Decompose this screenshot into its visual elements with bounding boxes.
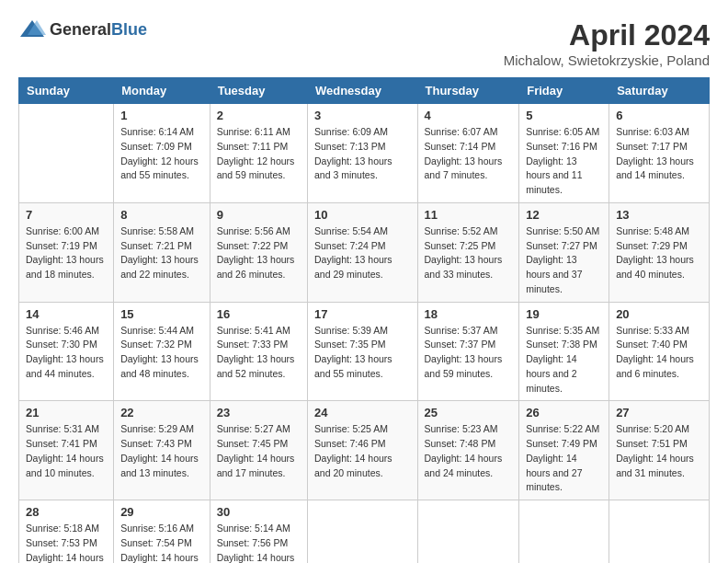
calendar-cell: 2Sunrise: 6:11 AMSunset: 7:11 PMDaylight… — [210, 104, 307, 203]
calendar-cell: 17Sunrise: 5:39 AMSunset: 7:35 PMDayligh… — [307, 302, 417, 401]
day-number: 12 — [526, 208, 602, 222]
day-number: 20 — [616, 307, 702, 321]
day-number: 2 — [217, 109, 301, 122]
day-info: Sunrise: 5:44 AMSunset: 7:32 PMDaylight:… — [120, 324, 203, 382]
day-number: 3 — [314, 109, 411, 122]
day-info: Sunrise: 5:54 AMSunset: 7:24 PMDaylight:… — [314, 224, 411, 282]
calendar-cell: 13Sunrise: 5:48 AMSunset: 7:29 PMDayligh… — [609, 202, 710, 302]
title-section: April 2024 Michalow, Swietokrzyskie, Pol… — [504, 18, 710, 68]
calendar-cell: 5Sunrise: 6:05 AMSunset: 7:16 PMDaylight… — [519, 104, 609, 203]
calendar-table: SundayMondayTuesdayWednesdayThursdayFrid… — [18, 77, 710, 563]
column-header-thursday: Thursday — [417, 78, 519, 104]
calendar-cell: 30Sunrise: 5:14 AMSunset: 7:56 PMDayligh… — [210, 500, 307, 564]
month-title: April 2024 — [504, 18, 710, 52]
calendar-cell: 11Sunrise: 5:52 AMSunset: 7:25 PMDayligh… — [417, 202, 519, 302]
calendar-cell: 28Sunrise: 5:18 AMSunset: 7:53 PMDayligh… — [19, 500, 114, 564]
day-number: 5 — [526, 109, 602, 122]
day-number: 1 — [120, 109, 203, 122]
day-number: 27 — [616, 406, 702, 419]
day-info: Sunrise: 5:37 AMSunset: 7:37 PMDaylight:… — [425, 324, 513, 382]
week-row-4: 21Sunrise: 5:31 AMSunset: 7:41 PMDayligh… — [19, 401, 710, 500]
calendar-cell: 25Sunrise: 5:23 AMSunset: 7:48 PMDayligh… — [417, 401, 519, 500]
calendar-cell: 1Sunrise: 6:14 AMSunset: 7:09 PMDaylight… — [114, 104, 210, 203]
day-number: 28 — [26, 505, 107, 519]
day-info: Sunrise: 5:39 AMSunset: 7:35 PMDaylight:… — [314, 324, 411, 382]
calendar-cell: 23Sunrise: 5:27 AMSunset: 7:45 PMDayligh… — [210, 401, 307, 500]
calendar-cell: 12Sunrise: 5:50 AMSunset: 7:27 PMDayligh… — [519, 202, 609, 302]
day-number: 23 — [217, 406, 301, 419]
week-row-2: 7Sunrise: 6:00 AMSunset: 7:19 PMDaylight… — [19, 202, 710, 302]
day-info: Sunrise: 6:05 AMSunset: 7:16 PMDaylight:… — [526, 125, 602, 198]
day-info: Sunrise: 5:22 AMSunset: 7:49 PMDaylight:… — [526, 422, 602, 495]
calendar-cell: 14Sunrise: 5:46 AMSunset: 7:30 PMDayligh… — [19, 302, 114, 401]
day-info: Sunrise: 5:48 AMSunset: 7:29 PMDaylight:… — [616, 224, 702, 282]
day-info: Sunrise: 5:46 AMSunset: 7:30 PMDaylight:… — [26, 324, 107, 382]
logo-general-text: General — [50, 20, 111, 39]
calendar-cell: 27Sunrise: 5:20 AMSunset: 7:51 PMDayligh… — [609, 401, 710, 500]
day-info: Sunrise: 5:41 AMSunset: 7:33 PMDaylight:… — [217, 324, 301, 382]
day-info: Sunrise: 6:07 AMSunset: 7:14 PMDaylight:… — [425, 125, 513, 183]
day-number: 14 — [26, 307, 107, 321]
day-info: Sunrise: 5:35 AMSunset: 7:38 PMDaylight:… — [526, 324, 602, 396]
day-number: 17 — [314, 307, 411, 321]
day-info: Sunrise: 5:20 AMSunset: 7:51 PMDaylight:… — [616, 422, 702, 480]
day-number: 6 — [616, 109, 702, 122]
calendar-cell: 29Sunrise: 5:16 AMSunset: 7:54 PMDayligh… — [114, 500, 210, 564]
calendar-cell: 10Sunrise: 5:54 AMSunset: 7:24 PMDayligh… — [307, 202, 417, 302]
calendar-cell — [609, 500, 710, 564]
column-header-friday: Friday — [519, 78, 609, 104]
calendar-cell: 21Sunrise: 5:31 AMSunset: 7:41 PMDayligh… — [19, 401, 114, 500]
calendar-cell: 22Sunrise: 5:29 AMSunset: 7:43 PMDayligh… — [114, 401, 210, 500]
calendar-cell: 3Sunrise: 6:09 AMSunset: 7:13 PMDaylight… — [307, 104, 417, 203]
calendar-cell: 18Sunrise: 5:37 AMSunset: 7:37 PMDayligh… — [417, 302, 519, 401]
day-number: 8 — [120, 208, 203, 222]
column-header-monday: Monday — [114, 78, 210, 104]
day-number: 25 — [425, 406, 513, 419]
column-header-tuesday: Tuesday — [210, 78, 307, 104]
calendar-cell — [519, 500, 609, 564]
day-number: 24 — [314, 406, 411, 419]
day-number: 10 — [314, 208, 411, 222]
day-number: 18 — [425, 307, 513, 321]
calendar-cell: 26Sunrise: 5:22 AMSunset: 7:49 PMDayligh… — [519, 401, 609, 500]
day-info: Sunrise: 5:25 AMSunset: 7:46 PMDaylight:… — [314, 422, 411, 480]
day-info: Sunrise: 5:33 AMSunset: 7:40 PMDaylight:… — [616, 324, 702, 382]
day-info: Sunrise: 5:16 AMSunset: 7:54 PMDaylight:… — [120, 522, 203, 563]
day-number: 22 — [120, 406, 203, 419]
calendar-cell: 9Sunrise: 5:56 AMSunset: 7:22 PMDaylight… — [210, 202, 307, 302]
logo-icon — [18, 18, 46, 40]
day-info: Sunrise: 6:00 AMSunset: 7:19 PMDaylight:… — [26, 224, 107, 282]
calendar-cell: 24Sunrise: 5:25 AMSunset: 7:46 PMDayligh… — [307, 401, 417, 500]
day-info: Sunrise: 6:11 AMSunset: 7:11 PMDaylight:… — [217, 125, 301, 183]
day-info: Sunrise: 5:58 AMSunset: 7:21 PMDaylight:… — [120, 224, 203, 282]
calendar-cell: 6Sunrise: 6:03 AMSunset: 7:17 PMDaylight… — [609, 104, 710, 203]
calendar-cell: 7Sunrise: 6:00 AMSunset: 7:19 PMDaylight… — [19, 202, 114, 302]
column-header-wednesday: Wednesday — [307, 78, 417, 104]
day-number: 16 — [217, 307, 301, 321]
day-number: 7 — [26, 208, 107, 222]
week-row-5: 28Sunrise: 5:18 AMSunset: 7:53 PMDayligh… — [19, 500, 710, 564]
calendar-cell — [417, 500, 519, 564]
day-number: 4 — [425, 109, 513, 122]
calendar-cell: 16Sunrise: 5:41 AMSunset: 7:33 PMDayligh… — [210, 302, 307, 401]
day-number: 9 — [217, 208, 301, 222]
day-number: 15 — [120, 307, 203, 321]
calendar-header-row: SundayMondayTuesdayWednesdayThursdayFrid… — [19, 78, 710, 104]
calendar-cell — [19, 104, 114, 203]
calendar-cell: 8Sunrise: 5:58 AMSunset: 7:21 PMDaylight… — [114, 202, 210, 302]
day-info: Sunrise: 5:31 AMSunset: 7:41 PMDaylight:… — [26, 422, 107, 480]
day-number: 26 — [526, 406, 602, 419]
day-info: Sunrise: 5:14 AMSunset: 7:56 PMDaylight:… — [217, 522, 301, 563]
day-number: 19 — [526, 307, 602, 321]
column-header-sunday: Sunday — [19, 78, 114, 104]
day-info: Sunrise: 5:18 AMSunset: 7:53 PMDaylight:… — [26, 522, 107, 563]
day-info: Sunrise: 6:09 AMSunset: 7:13 PMDaylight:… — [314, 125, 411, 183]
day-info: Sunrise: 6:03 AMSunset: 7:17 PMDaylight:… — [616, 125, 702, 183]
location-subtitle: Michalow, Swietokrzyskie, Poland — [504, 52, 710, 68]
day-info: Sunrise: 5:27 AMSunset: 7:45 PMDaylight:… — [217, 422, 301, 480]
calendar-cell: 19Sunrise: 5:35 AMSunset: 7:38 PMDayligh… — [519, 302, 609, 401]
day-info: Sunrise: 5:29 AMSunset: 7:43 PMDaylight:… — [120, 422, 203, 480]
calendar-cell: 15Sunrise: 5:44 AMSunset: 7:32 PMDayligh… — [114, 302, 210, 401]
day-number: 13 — [616, 208, 702, 222]
day-info: Sunrise: 5:52 AMSunset: 7:25 PMDaylight:… — [425, 224, 513, 282]
